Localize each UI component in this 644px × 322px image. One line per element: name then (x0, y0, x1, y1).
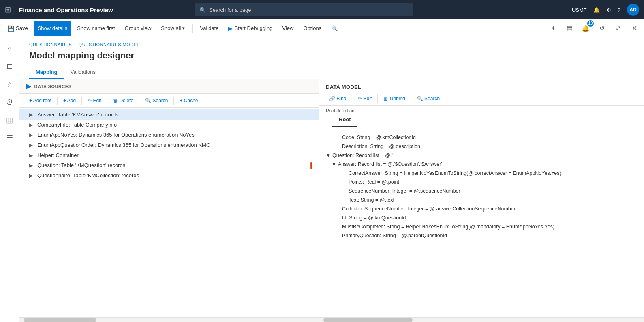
edit-button[interactable]: ✏ Edit (84, 96, 105, 105)
tree-arrow: ▶ (29, 152, 35, 158)
model-item[interactable]: Description: String = @.description (319, 142, 644, 151)
group-view-button[interactable]: Group view (121, 21, 156, 36)
tree-arrow: ▶ (29, 142, 35, 148)
cmd-search-button[interactable]: 🔍 (327, 21, 342, 36)
model-search-button[interactable]: 🔍 Search (414, 94, 443, 103)
app-title: Finance and Operations Preview (19, 6, 113, 13)
show-details-button[interactable]: Show details (34, 21, 72, 36)
model-edit-button[interactable]: ✏ Edit (355, 94, 375, 103)
model-item-text: Text: String = @.text (349, 197, 638, 203)
model-item-text: CorrectAnswer: String = Helper.NoYesEnum… (349, 170, 638, 176)
model-item[interactable]: SequenceNumber: Integer = @.sequenceNumb… (319, 187, 644, 195)
model-arrow: ▼ (326, 152, 332, 158)
top-nav: ⊞ Finance and Operations Preview 🔍 Searc… (0, 0, 644, 19)
close-icon[interactable]: ✕ (628, 22, 641, 35)
add-root-button[interactable]: + Add root (26, 96, 55, 105)
avatar[interactable]: AD (627, 4, 639, 16)
tree-item[interactable]: ▶ EnumAppNoYes: Dynamics 365 for Operati… (19, 130, 319, 140)
right-pane-hscroll[interactable] (319, 317, 644, 322)
start-debugging-button[interactable]: ▶ Start Debugging (224, 21, 276, 36)
tree-item[interactable]: ▶ CompanyInfo: Table CompanyInfo (19, 120, 319, 130)
tree-arrow: ▶ (29, 173, 35, 178)
tree-item[interactable]: ▶ Answer: Table 'KMAnswer' records (19, 109, 319, 120)
tree-item-label: EnumAppNoYes: Dynamics 365 for Operation… (37, 132, 195, 138)
model-item[interactable]: Points: Real = @.point (319, 178, 644, 187)
sidebar-grid-icon[interactable]: ▦ (2, 112, 18, 128)
tree-item-label: Answer: Table 'KMAnswer' records (37, 112, 118, 118)
breadcrumb-separator: › (74, 42, 76, 47)
model-item-text: CollectionSequenceNumber: Integer = @.an… (342, 206, 638, 212)
tree-item[interactable]: ▶ Questionnaire: Table 'KMCollection' re… (19, 170, 319, 180)
toolbar-sep-1 (57, 97, 58, 105)
pane-expand-arrow[interactable]: ▶ (26, 82, 31, 90)
sidebar-home-icon[interactable]: ⌂ (2, 41, 18, 57)
model-item[interactable]: MustBeCompleted: String = Helper.NoYesEn… (319, 222, 644, 231)
gear-icon[interactable]: ⚙ (606, 7, 611, 13)
help-icon[interactable]: ? (618, 7, 620, 13)
tree-item[interactable]: ▶ Helper: Container (19, 150, 319, 160)
model-item[interactable]: Code: String = @.kmCollectionId (319, 133, 644, 142)
tab-validations[interactable]: Validations (64, 66, 102, 79)
tree-arrow: ▶ (29, 132, 35, 138)
tree-item-label: Questionnaire: Table 'KMCollection' reco… (37, 172, 139, 178)
model-item-text: SequenceNumber: Integer = @.sequenceNumb… (349, 188, 638, 194)
add-button[interactable]: + Add (60, 96, 79, 105)
cmd-right: ✦ ▤ 🔔 10 ↺ ⤢ ✕ (547, 22, 641, 35)
tabs: Mapping Validations (19, 66, 644, 79)
breadcrumb-part1[interactable]: QUESTIONNAIRES (29, 42, 72, 47)
options-button[interactable]: Options (299, 21, 325, 36)
tree-item-label: Helper: Container (37, 152, 79, 158)
show-all-chevron: ▾ (182, 26, 185, 31)
expand-icon[interactable]: ⤢ (612, 22, 625, 35)
show-all-button[interactable]: Show all ▾ (157, 21, 189, 36)
model-item[interactable]: Id: String = @.kmQuestionId (319, 213, 644, 222)
panel-icon[interactable]: ▤ (563, 22, 576, 35)
tree-item[interactable]: ▶ Question: Table 'KMQuestion' records ▐ (19, 160, 319, 170)
show-name-first-button[interactable]: Show name first (73, 21, 119, 36)
search-placeholder: Search for a page (209, 7, 251, 13)
user-code: USMF (572, 7, 587, 13)
data-model-header: DATA MODEL (319, 79, 644, 92)
save-button[interactable]: 💾 Save (3, 21, 32, 36)
tree-item-label: Question: Table 'KMQuestion' records (37, 162, 125, 168)
model-item[interactable]: ▼ Answer: Record list = @.'$Question'.'$… (319, 160, 644, 169)
bell-icon[interactable]: 🔔 (593, 7, 600, 13)
delete-button[interactable]: 🗑 Delete (110, 96, 137, 105)
model-item[interactable]: PrimaryQuestion: String = @.parentQuesti… (319, 231, 644, 240)
personalize-icon[interactable]: ✦ (547, 22, 560, 35)
model-item[interactable]: ▼ Question: Record list = @.' (319, 151, 644, 160)
save-icon: 💾 (7, 25, 14, 32)
sidebar-filter-icon[interactable]: ⊏ (2, 58, 18, 75)
sidebar-clock-icon[interactable]: ⏱ (2, 94, 18, 110)
toolbar-sep-2 (81, 97, 82, 105)
refresh-icon[interactable]: ↺ (595, 22, 608, 35)
validate-button[interactable]: Validate (196, 21, 223, 36)
breadcrumb-part2[interactable]: QUESTIONNAIRES MODEL (79, 42, 140, 47)
sidebar-list-icon[interactable]: ☰ (2, 130, 18, 146)
model-item-text: Points: Real = @.point (349, 179, 638, 185)
rm-toolbar-sep-3 (411, 94, 411, 103)
tree-arrow: ▶ (29, 122, 35, 128)
search-icon: 🔍 (199, 7, 206, 13)
model-item[interactable]: CollectionSequenceNumber: Integer = @.an… (319, 204, 644, 213)
unbind-button[interactable]: 🗑 Unbind (380, 94, 408, 103)
model-item[interactable]: Text: String = @.text (319, 195, 644, 204)
right-pane: DATA MODEL 🔗 Bind ✏ Edit 🗑 Unbind 🔍 Sear… (319, 79, 644, 322)
notifications-wrapper: 🔔 10 (579, 22, 592, 35)
model-item-text: PrimaryQuestion: String = @.parentQuesti… (342, 233, 638, 238)
cmd-separator-1 (192, 24, 193, 33)
view-button[interactable]: View (278, 21, 297, 36)
layout: ⌂ ⊏ ☆ ⏱ ▦ ☰ QUESTIONNAIRES › QUESTIONNAI… (0, 37, 644, 322)
apps-icon[interactable]: ⊞ (5, 5, 11, 14)
search-button[interactable]: 🔍 Search (142, 96, 171, 105)
left-pane-hscroll[interactable] (19, 317, 319, 322)
tab-mapping[interactable]: Mapping (29, 66, 64, 79)
cache-button[interactable]: + Cache (176, 96, 201, 105)
bind-button[interactable]: 🔗 Bind (326, 94, 349, 103)
tree-item[interactable]: ▶ EnumAppQuestionOrder: Dynamics 365 for… (19, 140, 319, 150)
cmd-search-icon: 🔍 (331, 25, 338, 31)
sidebar-star-icon[interactable]: ☆ (2, 76, 18, 92)
search-bar[interactable]: 🔍 Search for a page (195, 3, 413, 16)
model-item[interactable]: CorrectAnswer: String = Helper.NoYesEnum… (319, 169, 644, 178)
toolbar-sep-3 (107, 97, 107, 105)
